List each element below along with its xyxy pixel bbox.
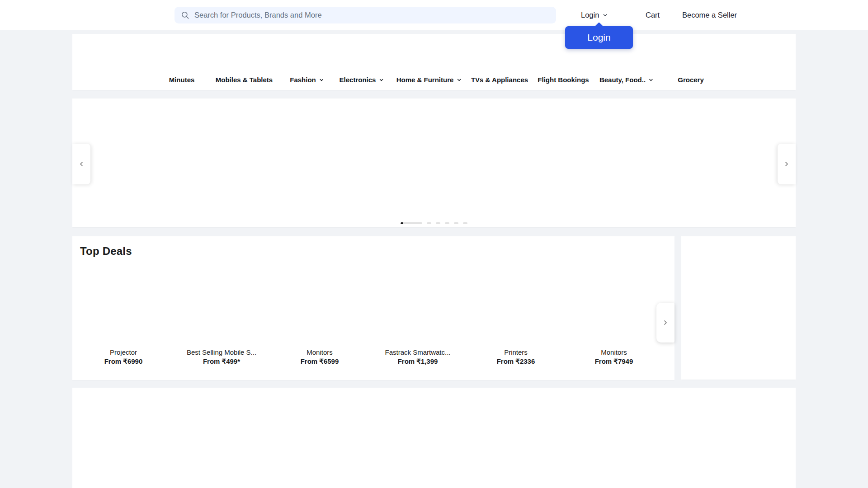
nav-item-label: TVs & Appliances bbox=[471, 76, 528, 84]
login-dropdown-item[interactable]: Login bbox=[587, 32, 610, 43]
chevron-left-icon bbox=[78, 160, 85, 168]
product-card[interactable]: Fastrack Smartwatc... From ₹1,399 bbox=[369, 263, 467, 366]
become-seller-button[interactable]: Become a Seller bbox=[682, 10, 737, 20]
chevron-right-icon bbox=[662, 319, 669, 326]
nav-item-home-furniture[interactable]: Home & Furniture bbox=[396, 76, 462, 84]
carousel-dot-active[interactable] bbox=[401, 222, 422, 224]
top-deals-section: Top Deals Projector From ₹6990 Best Sell… bbox=[72, 236, 675, 380]
login-menu-label: Login bbox=[581, 11, 599, 19]
top-header: Login Cart Become a Seller bbox=[0, 0, 868, 30]
product-image bbox=[173, 263, 270, 346]
chevron-down-icon bbox=[648, 77, 654, 83]
nav-item-label: Beauty, Food.. bbox=[599, 76, 646, 84]
chevron-down-icon bbox=[602, 12, 608, 18]
nav-item-electronics[interactable]: Electronics bbox=[340, 76, 384, 84]
product-name: Best Selling Mobile S... bbox=[173, 348, 270, 357]
product-card[interactable]: Best Selling Mobile S... From ₹499* bbox=[173, 263, 270, 366]
search-icon bbox=[181, 11, 189, 19]
product-name: Projector bbox=[75, 348, 172, 357]
deals-next-button[interactable] bbox=[656, 303, 675, 343]
product-price: From ₹2336 bbox=[467, 357, 565, 366]
chevron-down-icon bbox=[456, 77, 462, 83]
carousel-dot[interactable] bbox=[436, 222, 440, 224]
top-deals-title: Top Deals bbox=[80, 245, 132, 258]
carousel-prev-button[interactable] bbox=[72, 144, 90, 184]
product-name: Printers bbox=[467, 348, 565, 357]
nav-item-label: Mobiles & Tablets bbox=[216, 76, 273, 84]
chevron-right-icon bbox=[783, 160, 790, 168]
product-card[interactable]: Monitors From ₹7949 bbox=[565, 263, 663, 366]
product-image bbox=[565, 263, 663, 346]
nav-item-label: Minutes bbox=[169, 76, 195, 84]
product-price: From ₹6990 bbox=[75, 357, 172, 366]
search-input[interactable] bbox=[194, 11, 550, 19]
product-price: From ₹1,399 bbox=[369, 357, 467, 366]
chevron-down-icon bbox=[319, 77, 324, 83]
product-card[interactable]: Projector From ₹6990 bbox=[75, 263, 172, 366]
product-card[interactable]: Printers From ₹2336 bbox=[467, 263, 565, 366]
carousel-dot[interactable] bbox=[445, 222, 449, 224]
nav-item-label: Grocery bbox=[678, 76, 704, 84]
product-image bbox=[271, 263, 368, 346]
nav-item-grocery[interactable]: Grocery bbox=[678, 76, 704, 84]
carousel-dots bbox=[401, 222, 467, 224]
login-menu[interactable]: Login bbox=[581, 10, 608, 20]
search-bar[interactable] bbox=[175, 7, 556, 23]
product-image bbox=[369, 263, 467, 346]
product-name: Monitors bbox=[565, 348, 663, 357]
nav-item-label: Fashion bbox=[290, 76, 316, 84]
login-dropdown-menu[interactable]: Login bbox=[565, 26, 633, 49]
cart-label: Cart bbox=[646, 11, 660, 19]
nav-item-beauty-food[interactable]: Beauty, Food.. bbox=[599, 76, 654, 84]
carousel-dot[interactable] bbox=[454, 222, 458, 224]
cart-button[interactable]: Cart bbox=[646, 10, 660, 20]
nav-item-tvs-appliances[interactable]: TVs & Appliances bbox=[471, 76, 528, 84]
nav-item-flight-bookings[interactable]: Flight Bookings bbox=[538, 76, 589, 84]
nav-item-label: Electronics bbox=[340, 76, 376, 84]
chevron-down-icon bbox=[378, 77, 384, 83]
product-image bbox=[467, 263, 565, 346]
nav-item-mobiles-tablets[interactable]: Mobiles & Tablets bbox=[216, 76, 273, 84]
become-seller-label: Become a Seller bbox=[682, 11, 737, 19]
nav-item-label: Home & Furniture bbox=[396, 76, 454, 84]
nav-item-fashion[interactable]: Fashion bbox=[290, 76, 324, 84]
bottom-content-panel bbox=[72, 388, 796, 488]
product-price: From ₹499* bbox=[173, 357, 270, 366]
side-promo-panel bbox=[681, 236, 796, 380]
carousel-next-button[interactable] bbox=[778, 144, 796, 184]
product-card[interactable]: Monitors From ₹6599 bbox=[271, 263, 368, 366]
carousel-dot[interactable] bbox=[463, 222, 467, 224]
product-price: From ₹6599 bbox=[271, 357, 368, 366]
nav-item-minutes[interactable]: Minutes bbox=[169, 76, 195, 84]
nav-item-label: Flight Bookings bbox=[538, 76, 589, 84]
banner-carousel bbox=[72, 99, 796, 227]
product-price: From ₹7949 bbox=[565, 357, 663, 366]
product-image bbox=[75, 263, 172, 346]
product-name: Monitors bbox=[271, 348, 368, 357]
product-name: Fastrack Smartwatc... bbox=[369, 348, 467, 357]
carousel-dot[interactable] bbox=[427, 222, 431, 224]
